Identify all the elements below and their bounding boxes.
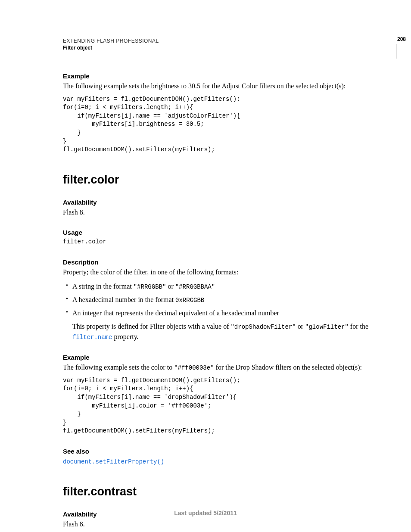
heading-example: Example: [63, 354, 372, 361]
list-item: An integer that represents the decimal e…: [63, 308, 372, 342]
list-text: An integer that represents the decimal e…: [72, 309, 279, 317]
example-text: for the Drop Shadow filters on the selec…: [214, 364, 362, 371]
page-header: EXTENDING FLASH PROFESSIONAL Filter obje…: [63, 38, 372, 51]
heading-usage: Usage: [63, 229, 372, 236]
sub-text: or: [296, 323, 305, 330]
usage-code: filter.color: [63, 238, 372, 246]
list-item: A hexadecimal number in the format 0xRRG…: [63, 295, 372, 305]
heading-availability: Availability: [63, 199, 372, 206]
description-intro: Property; the color of the filter, in on…: [63, 268, 372, 277]
code-inline: "dropShadowFilter": [230, 324, 296, 330]
list-text: A hexadecimal number in the format: [72, 296, 175, 303]
sub-text: This property is defined for Filter obje…: [72, 323, 230, 330]
code-inline: 0xRRGGBB: [175, 297, 204, 304]
code-block: var myFilters = fl.getDocumentDOM().getF…: [63, 95, 372, 154]
page-number: 208: [397, 36, 406, 42]
title-filter-color: filter.color: [63, 173, 372, 187]
code-block: var myFilters = fl.getDocumentDOM().getF…: [63, 376, 372, 436]
sub-text: for the: [349, 323, 368, 330]
availability-text: Flash 8.: [63, 208, 372, 217]
code-inline: "glowFilter": [305, 324, 349, 330]
footer-last-updated: Last updated 5/2/2011: [0, 510, 411, 516]
title-filter-contrast: filter.contrast: [63, 485, 372, 498]
heading-see-also: See also: [63, 448, 372, 455]
heading-example: Example: [63, 72, 372, 80]
heading-description: Description: [63, 258, 372, 266]
list-subparagraph: This property is defined for Filter obje…: [72, 321, 372, 342]
list-item: A string in the format "#RRGGBB" or "#RR…: [63, 281, 372, 291]
link-set-filter-property[interactable]: document.setFilterProperty(): [63, 458, 164, 465]
availability-text: Flash 8.: [63, 520, 372, 529]
code-inline: "#RRGGBBAA": [175, 283, 215, 290]
chapter-title: Filter object: [63, 45, 372, 51]
doc-title: EXTENDING FLASH PROFESSIONAL: [63, 38, 372, 44]
format-list: A string in the format "#RRGGBB" or "#RR…: [63, 281, 372, 342]
sub-text: property.: [112, 333, 138, 340]
example-intro: The following example sets the color to …: [63, 363, 372, 372]
list-text: A string in the format: [72, 283, 134, 290]
example-intro: The following example sets the brightnes…: [63, 81, 372, 91]
page: EXTENDING FLASH PROFESSIONAL Filter obje…: [0, 0, 411, 532]
link-filter-name[interactable]: filter.name: [72, 334, 112, 341]
example-text: The following example sets the color to: [63, 364, 174, 371]
see-also-links: document.setFilterProperty(): [63, 457, 372, 466]
page-number-rule: [396, 44, 396, 59]
code-inline: "#ff00003e": [174, 364, 214, 371]
code-inline: "#RRGGBB": [134, 283, 166, 290]
list-text: or: [166, 283, 175, 290]
